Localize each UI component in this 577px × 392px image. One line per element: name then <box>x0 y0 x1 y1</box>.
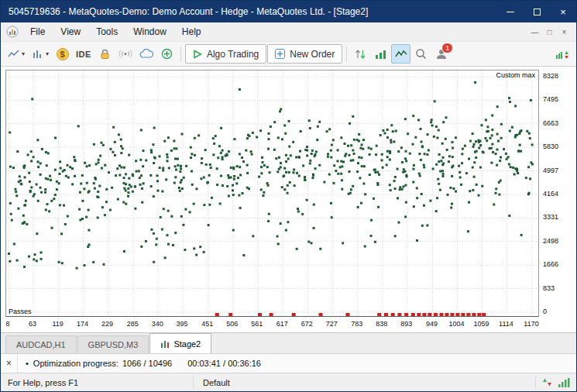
scatter-point <box>46 203 49 205</box>
algo-trading-button[interactable]: Algo Trading <box>185 44 266 64</box>
scatter-point <box>341 188 343 191</box>
scatter-point <box>489 147 491 150</box>
scatter-point <box>156 174 158 177</box>
scatter-point <box>195 187 197 190</box>
chart-type-button[interactable]: ▾ <box>5 44 28 64</box>
scatter-point <box>369 174 371 176</box>
search-button[interactable] <box>411 44 431 64</box>
scatter-point <box>485 119 487 121</box>
scatter-point <box>311 150 314 152</box>
connection-status-button[interactable] <box>551 44 572 64</box>
x-axis-red-mark <box>445 313 448 316</box>
scatter-point <box>414 136 417 139</box>
scatter-point <box>81 200 84 202</box>
scatter-point <box>341 179 343 181</box>
scatter-point <box>331 216 333 218</box>
optimization-bars-button[interactable] <box>371 44 390 64</box>
scatter-point <box>199 246 201 248</box>
scatter-point <box>102 144 105 146</box>
scatter-point <box>45 177 47 180</box>
scatter-point <box>382 129 384 132</box>
scatter-point <box>10 213 12 215</box>
scatter-point <box>356 170 359 173</box>
scatter-point <box>141 201 143 204</box>
menu-item-file[interactable]: File <box>22 24 53 40</box>
scatter-point <box>242 160 245 163</box>
scatter-point <box>153 126 156 129</box>
maximize-button[interactable] <box>524 1 550 22</box>
scatter-point <box>493 203 495 205</box>
scatter-point <box>233 178 235 181</box>
scatter-point <box>405 160 407 162</box>
signals-button[interactable] <box>115 44 136 64</box>
scatter-point <box>175 169 177 171</box>
scatter-point <box>208 174 211 177</box>
x-axis-red-mark <box>345 313 349 316</box>
tab-gbpusd-m3[interactable]: GBPUSD,M3 <box>77 335 149 353</box>
scatter-point <box>262 194 264 197</box>
menu-item-view[interactable]: View <box>53 24 88 40</box>
scatter-point <box>172 244 174 246</box>
notifications-button[interactable]: 1 <box>431 44 451 64</box>
scatter-point <box>421 141 423 143</box>
scatter-point <box>375 153 377 156</box>
scatter-point <box>260 188 263 191</box>
scatter-point <box>267 220 270 222</box>
scatter-point <box>296 248 298 250</box>
scatter-point <box>195 254 197 256</box>
scatter-point <box>239 153 241 155</box>
scatter-point <box>159 155 161 157</box>
optimization-graph-button[interactable] <box>391 44 410 64</box>
tab-stage2[interactable]: Stage2 <box>149 333 211 353</box>
connection-bars-icon[interactable] <box>558 377 570 387</box>
scatter-point <box>342 160 345 163</box>
scatter-point <box>498 194 500 196</box>
x-tick-label: 1170 <box>524 320 538 328</box>
ide-button[interactable]: IDE <box>73 44 94 64</box>
y-tick-label: 4164 <box>543 190 558 198</box>
scatter-point <box>92 261 94 263</box>
scatter-point <box>153 156 156 159</box>
close-button[interactable]: × <box>550 1 576 22</box>
tab-audcad-h1[interactable]: AUDCAD,H1 <box>5 335 77 353</box>
toolbar: ▾ ▾ $ IDE Algo Trading New <box>1 41 576 67</box>
network-traffic-icon[interactable] <box>542 377 552 387</box>
scatter-point <box>23 221 26 223</box>
plot-area[interactable]: Custom max Passes <box>5 70 539 317</box>
community-button[interactable] <box>157 44 177 64</box>
scatter-point <box>114 154 116 156</box>
profile-selector[interactable]: Default <box>194 378 239 387</box>
scatter-point <box>127 195 129 198</box>
scatter-point <box>269 171 271 174</box>
new-order-button[interactable]: New Order <box>267 44 342 64</box>
market-watch-button[interactable]: $ <box>53 44 72 64</box>
scatter-point <box>197 134 200 136</box>
close-toolbox-button[interactable]: × <box>1 354 18 373</box>
scatter-point <box>403 168 405 170</box>
scatter-point <box>129 184 131 186</box>
y-tick-label: 5830 <box>543 143 558 150</box>
scatter-point <box>118 133 120 136</box>
y-axis-labels: 8328749566635830499741643331249816668330 <box>541 70 575 317</box>
minimize-button[interactable] <box>497 1 524 22</box>
menu-item-tools[interactable]: Tools <box>88 24 125 40</box>
child-minimize-button[interactable]: — <box>527 26 542 39</box>
scatter-point <box>97 162 99 164</box>
scatter-point <box>313 204 315 206</box>
lock-button[interactable] <box>95 44 115 64</box>
trade-levels-button[interactable] <box>351 44 370 64</box>
child-close-button[interactable]: × <box>557 26 572 39</box>
child-restore-button[interactable]: □ <box>542 26 557 39</box>
chart-template-button[interactable]: ▾ <box>29 44 52 64</box>
cloud-button[interactable] <box>136 44 156 64</box>
scatter-point <box>467 230 469 232</box>
scatter-point <box>427 133 429 136</box>
scatter-point <box>93 143 95 146</box>
scatter-point <box>167 234 169 236</box>
menu-item-window[interactable]: Window <box>125 24 174 40</box>
x-axis-red-mark <box>397 313 401 316</box>
menu-item-help[interactable]: Help <box>174 24 209 40</box>
scatter-point <box>369 153 371 156</box>
scatter-point <box>247 134 249 136</box>
statusbar-icons <box>536 377 576 387</box>
